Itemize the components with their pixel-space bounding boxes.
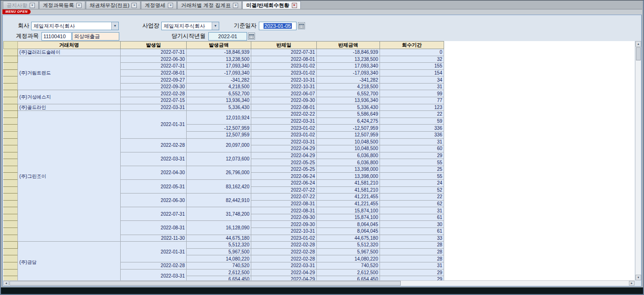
settle-amount-cell[interactable]: 13,238,500 (317, 56, 380, 63)
settle-date-cell[interactable]: 2022-02-28 (251, 248, 317, 255)
settle-date-cell[interactable]: 2022-06-24 (251, 173, 317, 180)
row-selector[interactable] (4, 221, 18, 228)
occurrence-amount-cell[interactable]: 20,097,000 (187, 138, 251, 152)
customer-cell[interactable]: (주)금담 (18, 242, 121, 280)
collection-days-cell[interactable]: 336 (380, 125, 444, 132)
row-selector[interactable] (4, 200, 18, 207)
collection-days-cell[interactable]: 61 (380, 214, 444, 221)
collection-days-cell[interactable]: 60 (380, 145, 444, 152)
settle-date-cell[interactable]: 2022-10-31 (251, 228, 317, 235)
occurrence-date-cell[interactable]: 2022-08-01 (121, 69, 187, 76)
row-selector[interactable] (4, 97, 18, 104)
settle-date-cell[interactable]: 2022-04-29 (251, 152, 317, 159)
settle-amount-cell[interactable]: 44,675,180 (317, 235, 380, 242)
row-selector[interactable] (4, 145, 18, 152)
company-select[interactable]: 제일져지주식회사 ▼ (31, 22, 119, 30)
customer-cell[interactable]: (주)거성에스지 (18, 90, 121, 104)
row-selector[interactable] (4, 138, 18, 145)
row-selector[interactable] (4, 269, 18, 276)
settle-amount-cell[interactable]: 17,093,340 (317, 63, 380, 70)
occurrence-date-cell[interactable]: 2022-03-31 (121, 152, 187, 166)
settle-date-cell[interactable]: 2022-07-22 (251, 186, 317, 194)
row-selector[interactable] (4, 83, 18, 90)
row-selector[interactable] (4, 262, 18, 269)
occurrence-amount-cell[interactable]: -18,846,939 (187, 49, 251, 56)
settle-amount-cell[interactable]: 6,424,275 (317, 118, 380, 125)
row-selector[interactable] (4, 49, 18, 56)
collection-days-cell[interactable]: 0 (380, 49, 444, 56)
occurrence-amount-cell[interactable]: 14,080,220 (187, 255, 251, 262)
occurrence-amount-cell[interactable]: 12,507,959 (187, 131, 251, 138)
occurrence-amount-cell[interactable]: 4,218,500 (187, 83, 251, 90)
vertical-scroll-thumb[interactable] (636, 47, 641, 60)
settle-amount-cell[interactable]: 10,048,500 (317, 138, 380, 145)
settle-amount-cell[interactable]: 8,064,045 (317, 228, 380, 235)
scroll-right-icon[interactable]: ► (629, 281, 635, 286)
collection-days-cell[interactable]: 29 (380, 276, 444, 280)
occurrence-date-cell[interactable]: 2022-01-31 (121, 111, 187, 138)
row-selector[interactable] (4, 255, 18, 262)
tab-item[interactable]: 공지사항× (3, 1, 39, 9)
occurrence-amount-cell[interactable]: 44,675,180 (187, 235, 251, 242)
settle-amount-cell[interactable]: -18,846,939 (317, 49, 380, 56)
row-selector[interactable] (4, 166, 18, 173)
settle-date-cell[interactable]: 2022-03-31 (251, 118, 317, 125)
site-select[interactable]: 제일져지주식회사 ▼ (161, 22, 219, 30)
column-header[interactable]: 반제금액 (317, 42, 380, 49)
row-selector[interactable] (4, 179, 18, 186)
occurrence-date-cell[interactable]: 2022-07-31 (121, 63, 187, 70)
period-start-input[interactable]: 2022-01 (208, 32, 247, 41)
occurrence-date-cell[interactable]: 2022-03-31 (121, 269, 187, 280)
settle-date-cell[interactable]: 2022-10-31 (251, 83, 317, 90)
settle-date-cell[interactable]: 2022-09-30 (251, 221, 317, 228)
row-selector[interactable] (4, 56, 18, 63)
settle-amount-cell[interactable]: 4,218,500 (317, 83, 380, 90)
collection-days-cell[interactable]: 22 (380, 194, 444, 201)
settle-amount-cell[interactable]: 5,336,430 (317, 104, 380, 111)
tab-item[interactable]: 계정과목등록× (39, 1, 85, 9)
occurrence-amount-cell[interactable]: 13,238,500 (187, 56, 251, 63)
settle-date-cell[interactable]: 2022-02-22 (251, 111, 317, 118)
horizontal-scroll-thumb[interactable] (9, 281, 401, 286)
account-code-input[interactable]: 11100410 (41, 32, 72, 41)
occurrence-date-cell[interactable]: 2022-02-28 (121, 90, 187, 97)
column-header[interactable]: 발생일 (121, 42, 187, 49)
settle-date-cell[interactable]: 2022-03-31 (251, 262, 317, 269)
settle-date-cell[interactable]: 2023-01-02 (251, 69, 317, 76)
settle-amount-cell[interactable]: 5,967,500 (317, 248, 380, 255)
tab-close-icon[interactable]: × (76, 3, 82, 8)
settle-date-cell[interactable]: 2022-04-29 (251, 269, 317, 276)
settle-amount-cell[interactable]: 15,874,100 (317, 207, 380, 214)
collection-days-cell[interactable]: 31 (380, 262, 444, 269)
row-selector[interactable] (4, 131, 18, 138)
settle-date-cell[interactable]: 2022-04-29 (251, 276, 317, 280)
occurrence-amount-cell[interactable]: -12,507,959 (187, 125, 251, 132)
settle-date-cell[interactable]: 2022-02-28 (251, 242, 317, 249)
occurrence-amount-cell[interactable]: 2,612,500 (187, 269, 251, 276)
collection-days-cell[interactable]: 52 (380, 186, 444, 194)
column-header[interactable]: 거래처명 (18, 42, 121, 49)
calendar-icon[interactable] (298, 22, 305, 29)
occurrence-date-cell[interactable]: 2022-01-31 (121, 242, 187, 262)
settle-amount-cell[interactable]: 6,552,700 (317, 90, 380, 97)
settle-amount-cell[interactable]: 6,036,800 (317, 159, 380, 166)
settle-amount-cell[interactable]: 41,221,455 (317, 194, 380, 201)
occurrence-date-cell[interactable]: 2022-11-30 (121, 235, 187, 242)
customer-cell[interactable]: (주)골드라인 (18, 104, 121, 111)
chevron-down-icon[interactable]: ▼ (111, 22, 118, 30)
row-selector[interactable] (4, 242, 18, 249)
scroll-left-icon[interactable]: ◄ (3, 281, 9, 286)
tab-item[interactable]: 거래처별 계정 집계표× (177, 1, 242, 9)
settle-date-cell[interactable]: 2023-01-02 (251, 63, 317, 70)
tab-active[interactable]: 미결/반제회수현황× (242, 1, 300, 9)
scroll-down-icon[interactable]: ▼ (636, 275, 641, 280)
tab-item[interactable]: 채권채무장(전표)× (86, 1, 140, 9)
collection-days-cell[interactable]: 155 (380, 63, 444, 70)
collection-days-cell[interactable]: 154 (380, 69, 444, 76)
collection-days-cell[interactable]: 31 (380, 83, 444, 90)
row-selector[interactable] (4, 228, 18, 235)
horizontal-scrollbar[interactable]: ◄ ► (3, 280, 635, 286)
collection-days-cell[interactable]: 31 (380, 138, 444, 145)
tab-close-icon[interactable]: × (292, 3, 297, 8)
row-selector[interactable] (4, 159, 18, 166)
